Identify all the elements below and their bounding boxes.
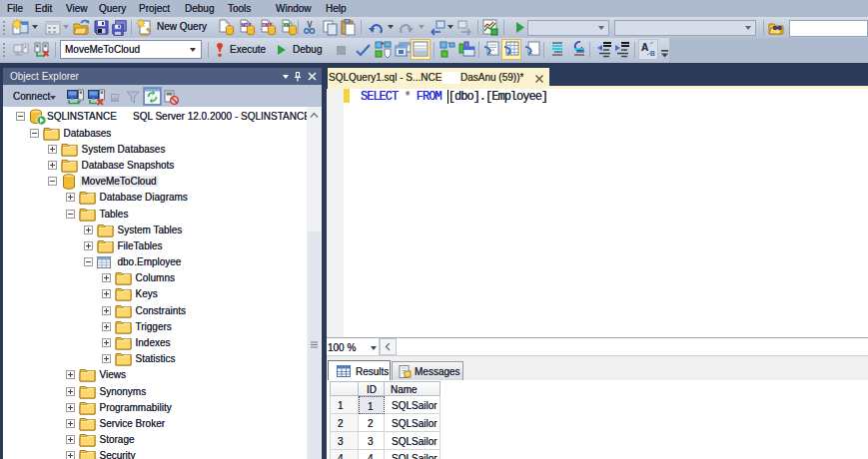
svg-text:A: A: [641, 42, 648, 53]
svg-text:B: B: [650, 50, 655, 57]
